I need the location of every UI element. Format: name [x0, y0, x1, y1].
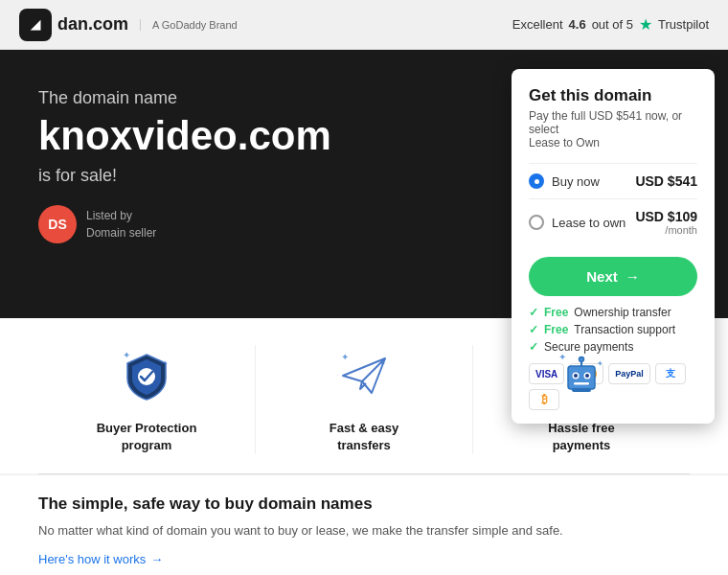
trustpilot-out-of: out of 5	[592, 17, 633, 32]
svg-text:✦: ✦	[597, 359, 603, 368]
feature-transfers-label: Fast & easytransfers	[330, 420, 398, 454]
perk2-free: Free	[544, 323, 568, 336]
main-section: The domain name knoxvideo.com is for sal…	[0, 50, 728, 318]
godaddy-brand: A GoDaddy Brand	[140, 19, 238, 31]
feature-buyer-protection-label: Buyer Protectionprogram	[97, 420, 197, 454]
feature-transfers: ✦ ✦ Fast & easytransfers	[255, 345, 472, 454]
next-label: Next	[586, 268, 618, 285]
svg-text:✦: ✦	[341, 352, 349, 362]
svg-point-10	[574, 374, 578, 378]
trustpilot-score: 4.6	[569, 17, 586, 32]
robot-svg: ✦ ✦	[553, 347, 610, 404]
feature-payments-label: Hassle freepayments	[548, 420, 614, 454]
trustpilot-name: Trustpilot	[658, 17, 709, 32]
lease-price-container: USD $109 /month	[635, 209, 697, 236]
how-it-works-text: Here's how it works	[38, 552, 146, 566]
trustpilot-star-icon: ★	[639, 15, 652, 34]
listed-by-label: Listed by	[86, 209, 132, 222]
bottom-title: The simple, safe way to buy domain names	[38, 494, 690, 514]
buy-now-left: Buy now	[529, 173, 600, 189]
dan-logo-text: dan.com	[57, 14, 128, 34]
header: ◢ dan.com A GoDaddy Brand Excellent 4.6 …	[0, 0, 728, 50]
lease-price-value: USD $109	[635, 209, 697, 224]
header-left: ◢ dan.com A GoDaddy Brand	[19, 9, 238, 41]
bottom-text: No matter what kind of domain you want t…	[38, 521, 690, 540]
trustpilot-excellent: Excellent	[512, 17, 563, 32]
svg-text:✦: ✦	[558, 352, 566, 362]
lease-period: /month	[635, 224, 697, 236]
svg-rect-14	[574, 382, 589, 385]
domain-card-container: Get this domain Pay the full USD $541 no…	[498, 50, 728, 318]
trustpilot-rating: Excellent 4.6 out of 5 ★ Trustpilot	[512, 15, 709, 34]
check-icon: ✓	[529, 306, 538, 319]
svg-point-11	[585, 374, 589, 378]
domain-sale-label: is for sale!	[38, 166, 460, 186]
next-button[interactable]: Next →	[529, 257, 697, 296]
buy-now-price-value: USD $541	[635, 173, 697, 189]
card-title: Get this domain	[529, 86, 697, 105]
buy-now-label: Buy now	[552, 174, 600, 189]
seller-info: DS Listed by Domain seller	[38, 205, 460, 243]
perk-ownership: ✓ Free Ownership transfer	[529, 306, 697, 319]
domain-name: knoxvideo.com	[38, 114, 460, 158]
feature-buyer-protection: ✦ ✦ Buyer Protectionprogram	[38, 345, 255, 454]
bottom-section: The simple, safe way to buy domain names…	[0, 474, 728, 575]
how-it-works-link[interactable]: Here's how it works →	[38, 552, 163, 566]
next-arrow-icon: →	[626, 268, 640, 285]
lease-label: Lease to own	[552, 216, 626, 230]
lease-left: Lease to own	[529, 215, 626, 230]
robot-feature-icon: ✦ ✦	[551, 345, 612, 406]
svg-rect-15	[572, 388, 591, 392]
check-icon-2: ✓	[529, 323, 538, 336]
perk-transaction: ✓ Free Transaction support	[529, 323, 697, 336]
seller-text: Listed by Domain seller	[86, 207, 156, 242]
card-subtitle: Pay the full USD $541 now, or selectLeas…	[529, 109, 697, 150]
svg-point-13	[580, 357, 584, 362]
link-arrow-icon: →	[150, 552, 163, 566]
dan-logo-icon: ◢	[19, 9, 52, 41]
svg-rect-7	[568, 366, 595, 389]
feature-payments: ✦ ✦ Hassle freepayments	[472, 345, 690, 454]
shield-feature-icon: ✦ ✦	[116, 345, 177, 406]
seller-avatar: DS	[38, 205, 77, 243]
buy-now-price: USD $541	[635, 173, 697, 189]
perk1-text: Ownership transfer	[574, 306, 671, 319]
seller-name: Domain seller	[86, 226, 156, 240]
domain-info: The domain name knoxvideo.com is for sal…	[0, 50, 498, 318]
svg-text:✦: ✦	[123, 350, 130, 360]
lease-option[interactable]: Lease to own USD $109 /month	[529, 198, 697, 245]
lease-radio[interactable]	[529, 215, 544, 230]
perk2-text: Transaction support	[574, 323, 675, 336]
shield-svg: ✦ ✦	[118, 347, 175, 404]
plane-svg: ✦ ✦	[335, 347, 393, 404]
buy-now-radio[interactable]	[529, 173, 544, 189]
buy-now-option[interactable]: Buy now USD $541	[529, 163, 697, 198]
perk1-free: Free	[544, 306, 568, 319]
domain-label: The domain name	[38, 88, 460, 108]
plane-feature-icon: ✦ ✦	[333, 345, 395, 406]
dan-logo[interactable]: ◢ dan.com	[19, 9, 128, 41]
